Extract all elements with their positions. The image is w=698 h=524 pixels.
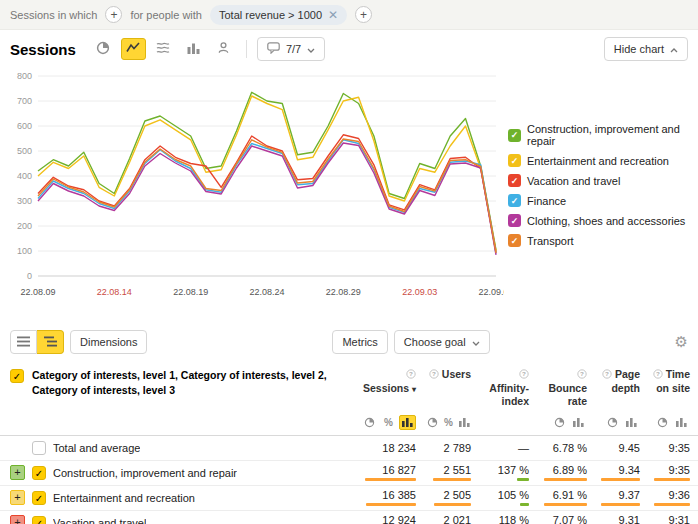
metric-help-icon: ? <box>406 369 416 379</box>
column-header-time[interactable]: ? Time on site <box>640 368 690 409</box>
cell-value: 2 505 <box>443 489 471 501</box>
audience-chart-view-button[interactable] <box>211 38 236 60</box>
row-checkbox[interactable]: ✓ <box>32 516 46 524</box>
cell-value: 12 924 <box>382 514 416 524</box>
table-header: ✓ Category of interests, level 1, Catego… <box>0 358 698 411</box>
cell-value: 16 827 <box>382 464 416 476</box>
pie-view-icon[interactable] <box>654 415 671 430</box>
cell-users: 2 551 <box>416 464 471 481</box>
add-session-condition-button[interactable]: + <box>105 6 122 23</box>
legend-item[interactable]: ✓Vacation and travel <box>508 174 694 187</box>
remove-filter-icon[interactable]: ✕ <box>328 8 338 22</box>
y-axis-label: 200 <box>17 221 32 231</box>
legend-item[interactable]: ✓Entertainment and recreation <box>508 154 694 167</box>
table-row[interactable]: +✓Construction, improvement and repair16… <box>0 461 698 486</box>
cell-users: 2 021 <box>416 514 471 524</box>
table-row[interactable]: Total and average18 2342 789—6.78 %9.459… <box>0 436 698 461</box>
cell-value: 105 % <box>498 489 529 501</box>
pie-chart-view-button[interactable] <box>91 38 116 60</box>
series-line-3 <box>38 140 496 254</box>
column-header-affinity[interactable]: ? Affinity-index <box>471 368 529 409</box>
legend-item[interactable]: ✓Construction, improvement and repair <box>508 123 694 147</box>
legend-checkbox-icon[interactable]: ✓ <box>508 194 521 207</box>
series-count-dropdown[interactable]: 7/7 <box>257 37 325 61</box>
table-row[interactable]: +✓Entertainment and recreation16 3852 50… <box>0 486 698 511</box>
pie-view-icon[interactable] <box>551 415 568 430</box>
row-name-cell: Total and average <box>10 440 348 455</box>
y-axis-label: 0 <box>27 271 32 281</box>
cell-value: 9.37 <box>619 489 640 501</box>
svg-text:?: ? <box>522 370 526 377</box>
column-header-sessions[interactable]: ? Sessions ▾ <box>348 368 416 409</box>
column-chart-view-button[interactable] <box>181 38 206 60</box>
filter-chip[interactable]: Total revenue > 1000 ✕ <box>210 5 347 25</box>
row-label[interactable]: Construction, improvement and repair <box>53 467 237 479</box>
chevron-up-icon <box>670 43 678 55</box>
stacked-chart-view-button[interactable] <box>151 38 176 60</box>
view-switcher-bounce <box>529 415 587 430</box>
legend-checkbox-icon[interactable]: ✓ <box>508 174 521 187</box>
bars-view-icon[interactable] <box>623 415 640 430</box>
legend-checkbox-icon[interactable]: ✓ <box>508 214 521 227</box>
column-chart-icon <box>187 42 200 57</box>
tree-view-button[interactable] <box>37 330 64 354</box>
metrics-button[interactable]: Metrics <box>332 330 387 354</box>
cell-bounce: 7.07 % <box>529 514 587 524</box>
x-axis-label: 22.09.03 <box>402 287 437 297</box>
cell-affinity: 137 % <box>471 464 529 481</box>
select-all-checkbox[interactable]: ✓ <box>10 369 24 383</box>
settings-gear-icon[interactable]: ⚙ <box>675 333 688 351</box>
row-label[interactable]: Entertainment and recreation <box>53 492 195 504</box>
bars-view-icon[interactable] <box>570 415 587 430</box>
legend-item[interactable]: ✓Transport <box>508 234 694 247</box>
column-header-users[interactable]: ? Users <box>416 368 471 409</box>
legend-checkbox-icon[interactable]: ✓ <box>508 234 521 247</box>
hide-chart-button[interactable]: Hide chart <box>604 37 688 61</box>
column-header-bounce[interactable]: ? Bounce rate <box>529 368 587 409</box>
legend-item[interactable]: ✓Finance <box>508 194 694 207</box>
legend-item[interactable]: ✓Clothing, shoes and accessories <box>508 214 694 227</box>
row-label[interactable]: Total and average <box>53 442 140 454</box>
table-row[interactable]: +✓Vacation and travel12 9242 021118 %7.0… <box>0 511 698 524</box>
choose-goal-button[interactable]: Choose goal <box>394 330 490 354</box>
cell-value: 9:36 <box>669 489 690 501</box>
legend-checkbox-icon[interactable]: ✓ <box>508 129 521 142</box>
cell-value: 6.89 % <box>553 464 587 476</box>
row-name-cell: +✓Vacation and travel <box>10 515 348 524</box>
row-name-cell: +✓Entertainment and recreation <box>10 490 348 505</box>
expand-row-button[interactable]: + <box>10 465 25 480</box>
bars-view-icon[interactable] <box>673 415 690 430</box>
pie-view-icon[interactable] <box>426 415 440 430</box>
row-label[interactable]: Vacation and travel <box>53 517 146 524</box>
column-header-depth[interactable]: ? Page depth <box>587 368 640 409</box>
cell-value: 16 385 <box>382 489 416 501</box>
row-checkbox[interactable] <box>32 441 46 455</box>
x-axis-label: 22.09.08 <box>478 287 504 297</box>
row-checkbox[interactable]: ✓ <box>32 466 46 480</box>
legend-label: Transport <box>527 235 574 247</box>
percent-view-icon[interactable]: % <box>380 415 397 430</box>
cell-value: 2 021 <box>443 514 471 524</box>
cell-sessions: 16 827 <box>348 464 416 481</box>
percent-view-icon[interactable]: % <box>442 415 456 430</box>
value-bar <box>434 503 471 506</box>
cell-depth: 9.45 <box>587 442 640 454</box>
list-view-button[interactable] <box>10 330 37 354</box>
pie-view-icon[interactable] <box>361 415 378 430</box>
expand-row-button[interactable]: + <box>10 490 25 505</box>
cell-sessions: 12 924 <box>348 514 416 524</box>
row-checkbox[interactable]: ✓ <box>32 491 46 505</box>
line-chart-view-button[interactable] <box>121 38 146 60</box>
expand-row-button[interactable]: + <box>10 515 25 524</box>
add-people-condition-button[interactable]: + <box>355 6 372 23</box>
pie-view-icon[interactable] <box>604 415 621 430</box>
dimensions-button[interactable]: Dimensions <box>70 330 147 354</box>
value-bar <box>544 478 587 481</box>
bars-view-icon[interactable] <box>399 415 416 430</box>
cell-value: 9:35 <box>669 464 690 476</box>
legend-checkbox-icon[interactable]: ✓ <box>508 154 521 167</box>
metric-column-headers: ? Sessions ▾? Users? Affinity-index? Bou… <box>348 368 690 409</box>
view-switcher-users: % <box>416 415 471 430</box>
cell-value: 2 551 <box>443 464 471 476</box>
bars-view-icon[interactable] <box>457 415 471 430</box>
